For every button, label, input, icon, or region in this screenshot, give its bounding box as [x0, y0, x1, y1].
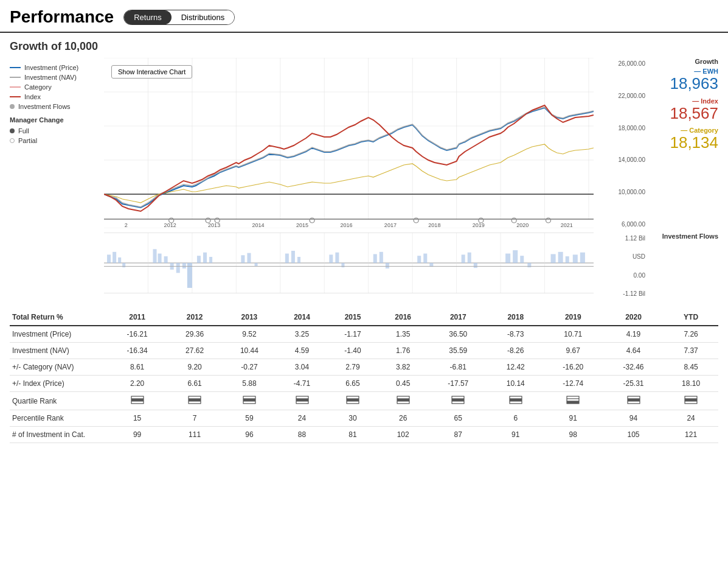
cell-cat-2020: -32.46 — [603, 359, 664, 376]
table-row-index: +/- Index (Price) 2.20 6.61 5.88 -4.71 6… — [10, 376, 718, 392]
growth-section-title: Growth of 10,000 — [0, 33, 728, 58]
flow-zero-line — [104, 266, 594, 267]
cell-nav-2016: 1.76 — [378, 343, 428, 359]
table-row-investment-price: Investment (Price) -16.21 29.36 9.52 3.2… — [10, 326, 718, 343]
legend-label-category: Category — [24, 83, 52, 91]
svg-text:2017: 2017 — [384, 222, 397, 228]
quartile-2019 — [543, 392, 603, 410]
svg-rect-72 — [468, 253, 471, 263]
axis-value-4: 14,000.00 — [594, 156, 645, 163]
row-label-index: +/- Index (Price) — [10, 376, 107, 392]
svg-point-36 — [511, 218, 516, 223]
cell-nav-2019: 9.67 — [543, 343, 603, 359]
svg-rect-65 — [329, 254, 333, 263]
cell-idx-2013: 5.88 — [222, 376, 277, 392]
page-title: Performance — [10, 7, 114, 27]
svg-text:2020: 2020 — [516, 222, 529, 228]
cell-pct-2011: 15 — [107, 410, 167, 427]
quartile-2012 — [167, 392, 222, 410]
chart-legend: Investment (Price) Investment (NAV) Cate… — [10, 58, 104, 230]
cell-pct-2019: 91 — [543, 410, 603, 427]
axis-value-5: 10,000.00 — [594, 189, 645, 195]
svg-text:2014: 2014 — [252, 222, 265, 228]
cell-idx-ytd: 18.10 — [664, 376, 718, 392]
cell-price-2015: -1.17 — [327, 326, 378, 343]
svg-rect-67 — [373, 254, 377, 263]
row-label-nav: Investment (NAV) — [10, 343, 107, 359]
cell-cat-2011: 8.61 — [107, 359, 167, 376]
legend-investment-nav: Investment (NAV) — [10, 74, 104, 81]
svg-rect-57 — [197, 256, 201, 263]
table-row-quartile: Quartile Rank — [10, 392, 718, 410]
cell-price-2020: 4.19 — [603, 326, 664, 343]
svg-rect-81 — [122, 263, 125, 267]
flow-legend-spacer — [10, 233, 104, 299]
row-label-price: Investment (Price) — [10, 326, 107, 343]
quartile-icon — [451, 396, 465, 404]
flow-unit: USD — [594, 253, 645, 260]
svg-rect-61 — [247, 253, 251, 263]
legend-label-nav: Investment (NAV) — [24, 74, 77, 81]
col-header-label: Total Return % — [10, 309, 107, 326]
cell-cat-2015: 2.79 — [327, 359, 378, 376]
table-row-percentile: Percentile Rank 15 7 59 24 30 26 65 6 91… — [10, 410, 718, 427]
row-label-category: +/- Category (NAV) — [10, 359, 107, 376]
svg-rect-85 — [187, 263, 192, 288]
svg-point-37 — [546, 218, 551, 223]
quartile-icon — [131, 396, 144, 404]
quartile-icon — [346, 396, 359, 404]
svg-rect-115 — [397, 399, 409, 401]
cell-idx-2015: 6.65 — [327, 376, 378, 392]
cell-price-ytd: 7.26 — [664, 326, 718, 343]
manager-change-label: Manager Change — [10, 116, 104, 124]
show-interactive-chart-button[interactable]: Show Interactive Chart — [111, 65, 192, 79]
cell-inv-2012: 111 — [167, 427, 222, 443]
col-header-2013: 2013 — [222, 309, 277, 326]
svg-rect-103 — [243, 399, 255, 401]
index-value: 18,567 — [650, 105, 718, 122]
legend-index: Index — [10, 93, 104, 100]
quartile-2018 — [488, 392, 543, 410]
quartile-icon — [243, 396, 256, 404]
svg-rect-87 — [341, 263, 344, 267]
svg-rect-60 — [241, 255, 244, 263]
svg-rect-135 — [685, 399, 697, 401]
svg-rect-68 — [380, 252, 383, 263]
cell-cat-ytd: 8.45 — [664, 359, 718, 376]
cell-price-2012: 29.36 — [167, 326, 222, 343]
main-chart-right-axis: 26,000.00 22,000.00 18,000.00 14,000.00 … — [594, 58, 645, 230]
cell-nav-ytd: 7.37 — [664, 343, 718, 359]
cell-price-2016: 1.35 — [378, 326, 428, 343]
cell-pct-ytd: 24 — [664, 410, 718, 427]
quartile-2017 — [428, 392, 488, 410]
tab-distributions[interactable]: Distributions — [172, 10, 235, 24]
svg-rect-79 — [573, 254, 578, 263]
axis-value-3: 18,000.00 — [594, 125, 645, 131]
cell-idx-2017: -17.57 — [428, 376, 488, 392]
row-label-inv-cat: # of Investment in Cat. — [10, 427, 107, 443]
legend-line-price — [10, 67, 21, 68]
flow-chart-wrap — [104, 233, 594, 299]
cell-idx-2012: 6.61 — [167, 376, 222, 392]
cell-nav-2015: -1.40 — [327, 343, 378, 359]
svg-rect-52 — [113, 252, 116, 263]
legend-dot-full — [10, 128, 15, 133]
svg-rect-59 — [209, 257, 212, 263]
col-header-2015: 2015 — [327, 309, 378, 326]
cell-price-2014: 3.25 — [277, 326, 327, 343]
cell-pct-2014: 24 — [277, 410, 327, 427]
svg-rect-107 — [296, 399, 308, 401]
cell-cat-2014: 3.04 — [277, 359, 327, 376]
cell-idx-2016: 0.45 — [378, 376, 428, 392]
flow-right-panel: Investment Flows — [645, 233, 718, 299]
table-header-row: Total Return % 2011 2012 2013 2014 2015 … — [10, 309, 718, 326]
svg-point-33 — [310, 218, 314, 223]
tab-returns[interactable]: Returns — [124, 10, 172, 24]
legend-full-label: Full — [18, 127, 29, 135]
svg-text:2016: 2016 — [340, 222, 352, 228]
svg-rect-111 — [347, 399, 359, 401]
svg-rect-62 — [285, 254, 289, 263]
col-header-2012: 2012 — [167, 309, 222, 326]
quartile-icon — [566, 396, 580, 404]
legend-full: Full — [10, 127, 104, 135]
